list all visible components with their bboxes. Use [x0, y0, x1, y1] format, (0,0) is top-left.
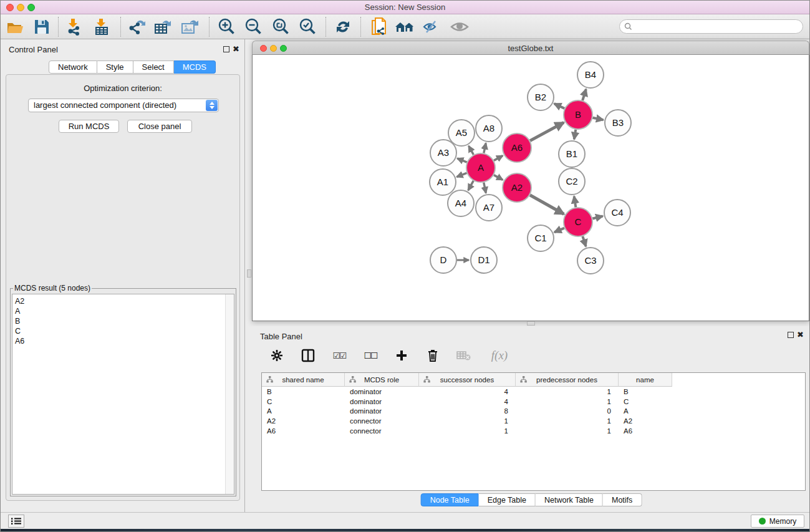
node-A6[interactable]: A6 [503, 133, 531, 162]
mcds-result-item[interactable]: B [15, 316, 234, 326]
criterion-dropdown[interactable]: largest connected component (directed) [28, 99, 219, 112]
edge-B-B3[interactable] [593, 118, 604, 120]
delete-table-icon[interactable] [456, 347, 472, 364]
table-row[interactable]: Adominator80A [262, 407, 805, 417]
node-A2[interactable]: A2 [503, 173, 531, 202]
zoom-out-button[interactable] [243, 17, 264, 37]
node-B3[interactable]: B3 [605, 110, 631, 136]
node-A7[interactable]: A7 [476, 195, 502, 221]
float-panel-icon[interactable] [223, 46, 229, 52]
search-field[interactable] [619, 19, 803, 34]
delete-trash-icon[interactable] [425, 347, 441, 364]
edge-C-C4[interactable] [592, 216, 602, 219]
select-all-icon[interactable]: ☑☑ [331, 347, 347, 364]
edge-A-A1[interactable] [456, 173, 466, 177]
zoom-selected-button[interactable] [297, 17, 318, 37]
node-C1[interactable]: C1 [528, 225, 554, 251]
column-header-MCDS-role[interactable]: MCDS role [345, 373, 419, 387]
export-network-button[interactable] [126, 17, 147, 37]
deselect-all-icon[interactable]: ☐☐ [362, 347, 378, 364]
double-home-icon[interactable] [394, 17, 415, 37]
node-B1[interactable]: B1 [559, 141, 585, 167]
function-builder-icon[interactable]: f(x) [487, 347, 512, 364]
node-B2[interactable]: B2 [528, 84, 554, 110]
edge-A-A3[interactable] [457, 158, 466, 162]
edge-A-A2[interactable] [494, 175, 503, 180]
tab-mcds[interactable]: MCDS [174, 60, 216, 74]
save-session-button[interactable] [31, 17, 52, 37]
tab-select[interactable]: Select [133, 60, 174, 74]
node-A[interactable]: A [466, 153, 495, 182]
tab-motifs[interactable]: Motifs [603, 493, 642, 506]
splitter-grip[interactable] [247, 269, 251, 278]
edge-A-A4[interactable] [468, 181, 474, 190]
column-browser-icon[interactable] [300, 347, 316, 364]
open-session-button[interactable] [4, 17, 26, 37]
edge-C-C2[interactable] [574, 196, 576, 208]
node-C2[interactable]: C2 [559, 168, 585, 195]
mcds-result-list[interactable]: A2ABCA6 [12, 294, 234, 495]
zoom-fit-button[interactable] [270, 17, 291, 37]
close-panel-icon[interactable]: ✖ [233, 44, 239, 54]
float-panel-icon[interactable] [788, 332, 794, 338]
zoom-in-button[interactable] [216, 17, 237, 37]
node-D1[interactable]: D1 [471, 247, 497, 273]
mcds-result-item[interactable]: C [15, 326, 234, 336]
mcds-result-item[interactable]: A2 [15, 296, 234, 306]
column-header-successor-nodes[interactable]: successor nodes [419, 373, 516, 387]
settings-gear-icon[interactable] [269, 347, 285, 364]
mcds-result-item[interactable]: A [15, 306, 234, 316]
scrollbar-track[interactable] [225, 294, 234, 494]
close-panel-icon[interactable]: ✖ [797, 330, 804, 339]
add-column-icon[interactable] [393, 347, 410, 364]
node-A5[interactable]: A5 [448, 120, 475, 146]
node-D[interactable]: D [430, 247, 456, 273]
node-table[interactable]: shared nameMCDS rolesuccessor nodesprede… [261, 372, 806, 491]
node-B4[interactable]: B4 [577, 62, 604, 88]
node-C[interactable]: C [564, 208, 592, 236]
mcds-result-item[interactable]: A6 [15, 336, 234, 346]
export-image-button[interactable] [179, 17, 200, 37]
node-C3[interactable]: C3 [577, 248, 604, 274]
export-table-button[interactable] [152, 17, 173, 37]
table-row[interactable]: Cdominator41C [262, 397, 805, 407]
network-canvas[interactable]: AA1A2A3A4A5A6A7A8BB1B2B3B4CC1C2C3C4DD1 [252, 55, 809, 321]
tab-node-table[interactable]: Node Table [421, 493, 479, 506]
edge-A-A8[interactable] [484, 143, 486, 153]
table-row[interactable]: Bdominator41B [262, 387, 805, 397]
node-A3[interactable]: A3 [430, 140, 456, 166]
edge-A-A5[interactable] [469, 146, 474, 155]
column-header-shared-name[interactable]: shared name [262, 373, 345, 387]
tab-style[interactable]: Style [97, 60, 133, 74]
node-A1[interactable]: A1 [430, 169, 456, 195]
column-header-predecessor-nodes[interactable]: predecessor nodes [516, 373, 619, 387]
edge-A-A7[interactable] [484, 183, 486, 193]
tab-edge-table[interactable]: Edge Table [479, 493, 536, 506]
tab-network-table[interactable]: Network Table [536, 493, 603, 506]
eye-slash-icon[interactable] [420, 17, 441, 37]
run-mcds-button[interactable]: Run MCDS [59, 120, 119, 133]
import-network-button[interactable] [63, 17, 84, 37]
import-table-button[interactable] [91, 17, 112, 37]
memory-button[interactable]: Memory [751, 515, 804, 528]
close-panel-button[interactable]: Close panel [127, 120, 192, 133]
column-header-name[interactable]: name [619, 373, 672, 387]
table-row[interactable]: A6connector11A6 [262, 426, 805, 436]
refresh-button[interactable] [332, 17, 354, 37]
edge-B-B4[interactable] [582, 89, 586, 100]
eye-icon[interactable] [449, 17, 470, 37]
network-window-titlebar[interactable]: testGlobe.txt [252, 41, 809, 55]
node-B[interactable]: B [564, 100, 592, 129]
new-network-from-selection-button[interactable] [369, 17, 390, 37]
task-list-icon[interactable] [8, 515, 24, 528]
edge-A2-C[interactable] [530, 195, 564, 215]
edge-B-B1[interactable] [574, 130, 576, 140]
edge-B-B2[interactable] [554, 104, 565, 109]
edge-C-C1[interactable] [554, 228, 564, 233]
node-C4[interactable]: C4 [604, 200, 630, 226]
edge-C-C3[interactable] [582, 236, 586, 246]
edge-A6-B[interactable] [530, 122, 564, 140]
edge-A-A6[interactable] [494, 156, 503, 161]
node-A4[interactable]: A4 [448, 190, 474, 216]
splitter-grip[interactable] [527, 321, 535, 326]
